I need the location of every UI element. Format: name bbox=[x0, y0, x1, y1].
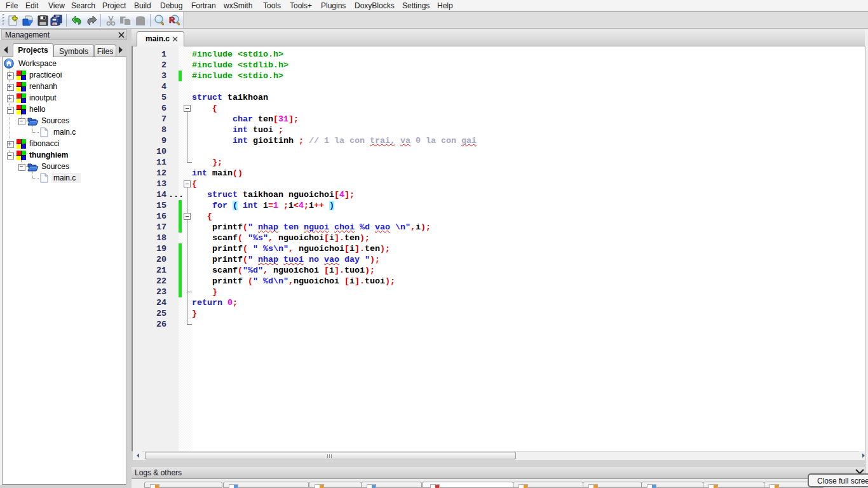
svg-text:R: R bbox=[169, 15, 175, 25]
